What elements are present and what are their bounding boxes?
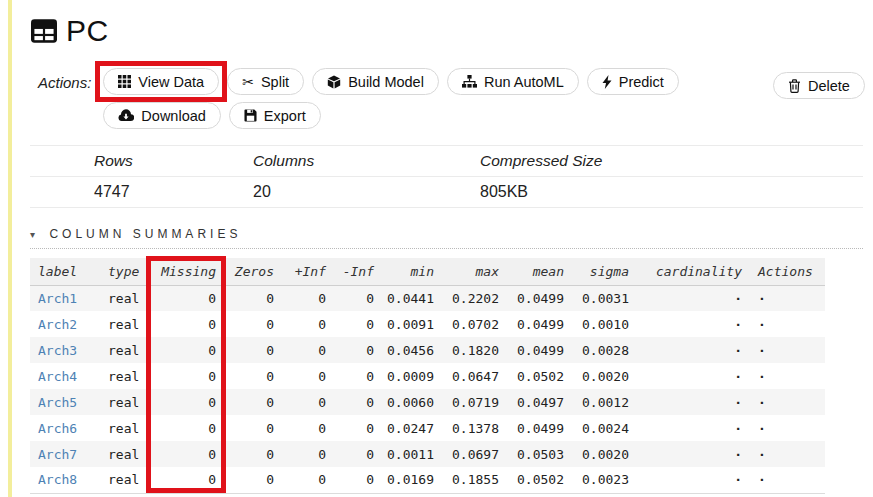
cell-pinf: 0 xyxy=(280,337,332,363)
cell-actions[interactable]: · xyxy=(748,311,825,337)
build-model-label: Build Model xyxy=(348,74,424,90)
cell-max: 0.1820 xyxy=(440,337,505,363)
delete-label: Delete xyxy=(808,78,850,94)
cell-pinf: 0 xyxy=(280,389,332,415)
cell-min: 0.0009 xyxy=(380,363,440,389)
cell-type: real xyxy=(100,467,148,493)
column-summaries-toggle[interactable]: ▾ COLUMN SUMMARIES xyxy=(30,227,863,249)
cell-cardinality: · xyxy=(635,415,748,441)
cloud-download-icon xyxy=(118,109,134,122)
run-automl-button[interactable]: Run AutoML xyxy=(447,68,579,95)
col-header-cardinality: cardinality xyxy=(635,258,748,285)
cell-type: real xyxy=(100,363,148,389)
summaries-body: Arch1 real 0 0 0 0 0.0441 0.2202 0.0499 … xyxy=(30,285,825,493)
cell-actions[interactable]: · xyxy=(748,285,825,311)
cell-pinf: 0 xyxy=(280,311,332,337)
cell-ninf: 0 xyxy=(332,311,380,337)
col-header-label: label xyxy=(30,258,100,285)
cell-mean: 0.0499 xyxy=(505,415,570,441)
cell-missing: 0 xyxy=(148,285,222,311)
cell-zeros: 0 xyxy=(222,389,280,415)
cell-type: real xyxy=(100,337,148,363)
cell-margin-strip xyxy=(8,0,12,497)
save-icon xyxy=(244,109,257,122)
stats-header-compressed-size: Compressed Size xyxy=(480,146,863,177)
column-label-link[interactable]: Arch3 xyxy=(38,343,77,358)
cell-missing: 0 xyxy=(148,441,222,467)
table-row: Arch7 real 0 0 0 0 0.0011 0.0697 0.0503 … xyxy=(30,441,825,467)
col-header-ninf: -Inf xyxy=(332,258,380,285)
column-label-link-cell: Arch1 xyxy=(30,285,100,311)
cell-type: real xyxy=(100,415,148,441)
view-data-label: View Data xyxy=(138,74,204,90)
cell-mean: 0.0499 xyxy=(505,311,570,337)
cell-max: 0.0702 xyxy=(440,311,505,337)
column-summaries-table: label type Missing Zeros +Inf -Inf min m… xyxy=(30,258,825,494)
column-label-link[interactable]: Arch6 xyxy=(38,421,77,436)
column-label-link[interactable]: Arch7 xyxy=(38,447,77,462)
cell-actions[interactable]: · xyxy=(748,467,825,493)
cell-actions[interactable]: · xyxy=(748,415,825,441)
cell-zeros: 0 xyxy=(222,311,280,337)
table-row: Arch5 real 0 0 0 0 0.0060 0.0719 0.0497 … xyxy=(30,389,825,415)
cell-max: 0.0719 xyxy=(440,389,505,415)
cell-ninf: 0 xyxy=(332,389,380,415)
cell-sigma: 0.0028 xyxy=(570,337,635,363)
delete-button[interactable]: Delete xyxy=(773,72,865,99)
col-header-pinf: +Inf xyxy=(280,258,332,285)
view-data-highlight-wrap: View Data xyxy=(103,68,219,95)
export-button[interactable]: Export xyxy=(229,102,321,129)
col-header-min: min xyxy=(380,258,440,285)
cell-pinf: 0 xyxy=(280,285,332,311)
col-header-type: type xyxy=(100,258,148,285)
cell-zeros: 0 xyxy=(222,467,280,493)
cell-missing: 0 xyxy=(148,389,222,415)
split-button[interactable]: ✂ Split xyxy=(227,68,304,95)
stats-value-columns: 20 xyxy=(253,177,480,208)
stats-header-rows: Rows xyxy=(30,146,253,177)
table-row: Arch1 real 0 0 0 0 0.0441 0.2202 0.0499 … xyxy=(30,285,825,311)
cell-missing: 0 xyxy=(148,363,222,389)
actions-bar: Actions: View Data ✂ Split xyxy=(38,68,865,129)
cell-missing: 0 xyxy=(148,311,222,337)
column-label-link[interactable]: Arch8 xyxy=(38,472,77,487)
cell-min: 0.0091 xyxy=(380,311,440,337)
column-label-link[interactable]: Arch4 xyxy=(38,369,77,384)
cell-actions[interactable]: · xyxy=(748,441,825,467)
table-row: Arch4 real 0 0 0 0 0.0009 0.0647 0.0502 … xyxy=(30,363,825,389)
column-label-link[interactable]: Arch5 xyxy=(38,395,77,410)
cell-max: 0.1855 xyxy=(440,467,505,493)
stats-value-rows: 4747 xyxy=(30,177,253,208)
cell-mean: 0.0499 xyxy=(505,285,570,311)
col-header-sigma: sigma xyxy=(570,258,635,285)
predict-button[interactable]: Predict xyxy=(587,68,679,95)
cell-cardinality: · xyxy=(635,389,748,415)
cell-sigma: 0.0023 xyxy=(570,467,635,493)
cell-cardinality: · xyxy=(635,337,748,363)
view-data-button[interactable]: View Data xyxy=(103,68,219,95)
column-label-link-cell: Arch5 xyxy=(30,389,100,415)
cell-missing: 0 xyxy=(148,467,222,493)
cell-actions[interactable]: · xyxy=(748,389,825,415)
stats-value-compressed-size: 805KB xyxy=(480,177,863,208)
chevron-down-icon: ▾ xyxy=(30,229,35,240)
cell-actions[interactable]: · xyxy=(748,337,825,363)
cell-sigma: 0.0020 xyxy=(570,363,635,389)
column-label-link[interactable]: Arch1 xyxy=(38,291,77,306)
scissors-icon: ✂ xyxy=(242,75,254,89)
build-model-button[interactable]: Build Model xyxy=(312,68,439,95)
cube-icon xyxy=(327,75,341,89)
download-button[interactable]: Download xyxy=(103,102,221,129)
frame-stats: Rows Columns Compressed Size 4747 20 805… xyxy=(30,145,863,208)
cell-min: 0.0441 xyxy=(380,285,440,311)
column-label-link[interactable]: Arch2 xyxy=(38,317,77,332)
stats-header-columns: Columns xyxy=(253,146,480,177)
cell-zeros: 0 xyxy=(222,363,280,389)
col-header-actions: Actions xyxy=(748,258,825,285)
col-header-max: max xyxy=(440,258,505,285)
summaries-header-row: label type Missing Zeros +Inf -Inf min m… xyxy=(30,258,825,285)
cell-min: 0.0011 xyxy=(380,441,440,467)
cell-actions[interactable]: · xyxy=(748,363,825,389)
col-header-mean: mean xyxy=(505,258,570,285)
table-row: Arch8 real 0 0 0 0 0.0169 0.1855 0.0502 … xyxy=(30,467,825,493)
